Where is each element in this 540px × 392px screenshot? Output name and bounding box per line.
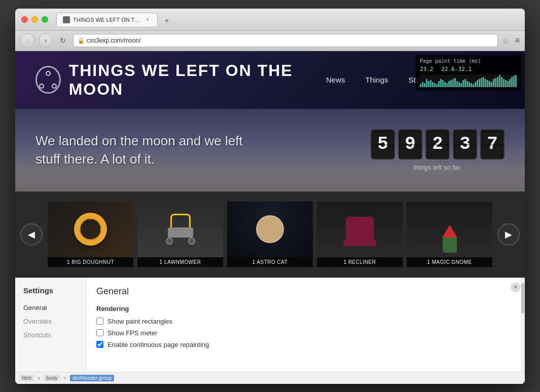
- address-bar: ‹ › ↻ 🔒 css3exp.com/moon/ ☆ ≡: [15, 31, 525, 51]
- paint-bar: [440, 79, 442, 87]
- carousel-item-label: 1 BIG DOUGHNUT: [48, 257, 133, 267]
- devtools-sidebar-shortcuts[interactable]: Shortcuts: [15, 328, 86, 342]
- paint-bar: [446, 83, 448, 87]
- statusbar-tag-html[interactable]: html: [19, 375, 34, 381]
- carousel-item-label: 1 MAGIC GNOME: [407, 257, 492, 267]
- paint-bar: [469, 82, 470, 87]
- carousel-item-label: 1 ASTRO CAT: [227, 257, 313, 267]
- paint-bar: [434, 83, 436, 87]
- minimize-window-button[interactable]: [31, 16, 38, 23]
- maximize-window-button[interactable]: [42, 16, 48, 23]
- paint-bar: [501, 77, 502, 87]
- carousel-section: ◀ 1 BIG DOUGHNUT 1 LAWNMOWER1 ASTRO CAT1…: [15, 191, 525, 278]
- paint-bar: [420, 84, 421, 87]
- carousel-item-lawnmower[interactable]: 1 LAWNMOWER: [137, 202, 223, 267]
- paint-bar: [452, 79, 454, 87]
- paint-title: Page paint time (ms): [420, 58, 517, 64]
- statusbar-tag-body[interactable]: body: [44, 375, 60, 381]
- devtools-sidebar-general[interactable]: General: [15, 301, 86, 315]
- url-bar[interactable]: 🔒 css3exp.com/moon/: [73, 34, 498, 47]
- paint-bar: [481, 78, 482, 87]
- paint-bar: [432, 82, 434, 87]
- tab-title: THINGS WE LEFT ON THE M: [73, 17, 141, 23]
- traffic-lights: [21, 16, 48, 23]
- paint-bar: [436, 84, 438, 87]
- paint-values: 23.2 22.6-32.1: [420, 66, 517, 72]
- carousel-prev-button[interactable]: ◀: [20, 223, 43, 246]
- devtools-sidebar-title: Settings: [15, 286, 86, 301]
- paint-bar: [499, 75, 500, 87]
- devtools-sidebar-overrides[interactable]: Overrides: [15, 315, 86, 328]
- paint-bar: [450, 80, 452, 87]
- carousel-item-label: 1 LAWNMOWER: [137, 257, 223, 267]
- devtools-main-title: General: [96, 286, 511, 297]
- devtools-scrollbar-thumb[interactable]: [521, 283, 524, 313]
- carousel-item-cat[interactable]: 1 ASTRO CAT: [227, 202, 313, 267]
- logo-icon: [35, 66, 61, 94]
- paint-bar: [448, 81, 450, 87]
- site-title: THINGS WE LEFT ON THE MOON: [69, 61, 322, 99]
- browser-tab[interactable]: THINGS WE LEFT ON THE M ×: [56, 13, 158, 26]
- devtools-statusbar: html › body › div#header.group: [15, 372, 525, 384]
- paint-bar: [475, 82, 476, 87]
- paint-bar: [444, 82, 446, 87]
- paint-bar: [466, 81, 468, 87]
- carousel-item-gnome[interactable]: 1 MAGIC GNOME: [407, 202, 492, 267]
- carousel-next-button[interactable]: ▶: [497, 223, 520, 246]
- hero-text: We landed on the moon and we left stuff …: [35, 132, 248, 169]
- devtools-main: General Rendering Show paint rectangles …: [86, 278, 521, 372]
- back-button[interactable]: ‹: [20, 33, 34, 48]
- devtools-sidebar: Settings General Overrides Shortcuts: [15, 278, 86, 372]
- logo-dot-1: [46, 71, 51, 76]
- devtools-scrollbar[interactable]: [521, 278, 525, 372]
- paint-bar: [503, 79, 505, 87]
- logo-dot-2: [39, 84, 44, 89]
- close-window-button[interactable]: [21, 16, 28, 23]
- statusbar-tag-div[interactable]: div#header.group: [70, 375, 114, 381]
- paint-value1: 23.2: [420, 66, 434, 72]
- paint-bar: [507, 81, 509, 87]
- counter-digit: 5: [371, 129, 395, 160]
- paint-bar: [489, 81, 490, 87]
- hero-section: We landed on the moon and we left stuff …: [15, 109, 525, 191]
- site-logo: THINGS WE LEFT ON THE MOON: [35, 61, 322, 99]
- checkbox-paint-rectangles-input[interactable]: [96, 318, 103, 325]
- paint-bar: [487, 80, 488, 87]
- counter-digits: 59237: [371, 129, 505, 160]
- bookmark-button[interactable]: ☆: [502, 36, 509, 46]
- devtools-body: Settings General Overrides Shortcuts Gen…: [15, 278, 525, 372]
- checkbox-fps-meter-input[interactable]: [96, 329, 103, 336]
- devtools-close-button[interactable]: ×: [511, 282, 521, 292]
- nav-things[interactable]: Things: [361, 73, 392, 86]
- url-text: css3exp.com/moon/: [87, 37, 141, 44]
- logo-dot-3: [52, 84, 57, 89]
- counter-digit: 9: [398, 129, 422, 160]
- carousel-item-recliner[interactable]: 1 RECLINER: [317, 202, 403, 267]
- tab-close-button[interactable]: ×: [144, 16, 151, 23]
- checkbox-continuous-repainting-label: Enable continuous page repainting: [107, 341, 209, 348]
- page-content: THINGS WE LEFT ON THE MOON News Things S…: [15, 51, 525, 278]
- paint-bar: [479, 79, 480, 87]
- paint-bar: [511, 77, 513, 87]
- hero-heading: We landed on the moon and we left stuff …: [35, 132, 248, 169]
- carousel-item-doughnut[interactable]: 1 BIG DOUGHNUT: [48, 202, 133, 267]
- paint-bar: [515, 75, 517, 87]
- paint-bar-chart: [420, 74, 517, 87]
- paint-bar: [424, 83, 425, 87]
- paint-bar: [426, 79, 427, 87]
- paint-bar: [485, 79, 486, 87]
- paint-bar: [491, 82, 492, 87]
- paint-bar: [477, 80, 478, 87]
- nav-news[interactable]: News: [322, 73, 349, 86]
- browser-menu-button[interactable]: ≡: [515, 36, 520, 45]
- paint-bar: [442, 80, 444, 87]
- paint-bar: [458, 82, 460, 87]
- carousel-items: 1 BIG DOUGHNUT 1 LAWNMOWER1 ASTRO CAT1 R…: [48, 202, 492, 267]
- paint-bar: [454, 78, 456, 87]
- paint-bar: [473, 84, 474, 87]
- refresh-button[interactable]: ↻: [57, 34, 69, 47]
- paint-bar: [438, 81, 440, 87]
- checkbox-continuous-repainting-input[interactable]: [96, 341, 103, 348]
- forward-button[interactable]: ›: [39, 33, 53, 48]
- new-tab-button[interactable]: +: [160, 15, 174, 26]
